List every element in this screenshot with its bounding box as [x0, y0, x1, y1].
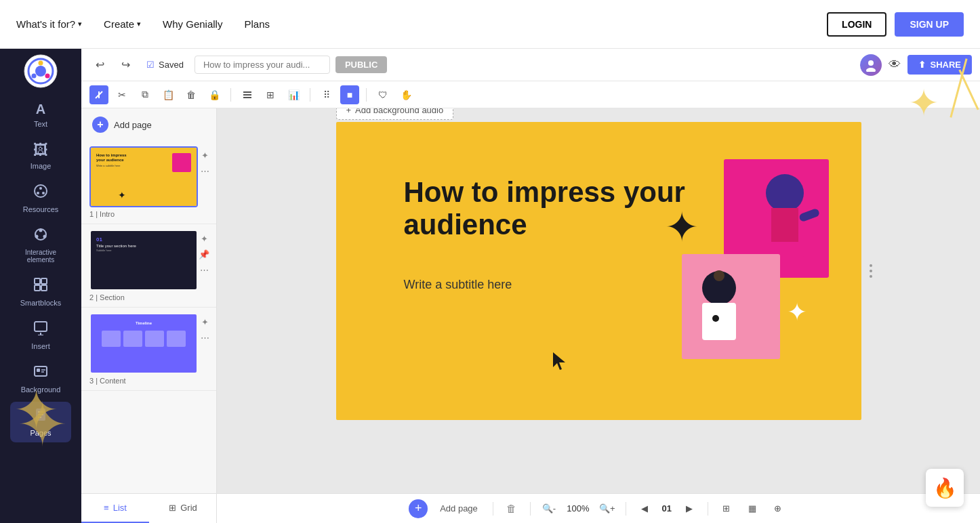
share-button[interactable]: ⬆ SHARE — [907, 55, 972, 75]
interactive-icon — [33, 227, 48, 246]
text-icon: A — [36, 102, 45, 117]
delete-page-button[interactable]: 🗑 — [502, 499, 522, 519]
nav-plans[interactable]: Plans — [244, 18, 270, 30]
public-button[interactable]: PUBLIC — [335, 56, 387, 73]
left-sidebar: A Text 🖼 Image Resources Interactive ele… — [0, 49, 81, 523]
zoom-out-button[interactable]: 🔍- — [539, 499, 559, 519]
thumb2-title: Title your section here — [96, 244, 191, 248]
delete-button[interactable]: 🗑 — [182, 85, 201, 104]
list-view-button[interactable]: ≡ List — [81, 494, 149, 523]
svg-point-4 — [45, 74, 50, 79]
page-more-button-3[interactable]: ⋯ — [199, 331, 211, 344]
nav-links: What's it for? ▾ Create ▾ Why Genially P… — [16, 18, 827, 30]
sidebar-item-resources[interactable]: Resources — [10, 178, 71, 219]
sidebar-item-image[interactable]: 🖼 Image — [10, 136, 71, 175]
lock-button[interactable]: 🔒 — [205, 85, 224, 104]
svg-point-2 — [35, 66, 46, 77]
slide-subtitle: Write a subtitle here — [404, 278, 512, 292]
svg-marker-45 — [553, 352, 565, 370]
page-actions-3: ✦ ⋯ — [199, 316, 211, 344]
accessibility-button[interactable]: ⊕ — [768, 499, 788, 519]
add-audio-button[interactable]: + Add background audio — [336, 108, 454, 120]
sidebar-item-background[interactable]: Background — [10, 358, 71, 399]
signup-button[interactable]: SIGN UP — [895, 12, 964, 37]
top-nav: What's it for? ▾ Create ▾ Why Genially P… — [0, 0, 980, 49]
fit-button[interactable]: ⊞ — [716, 499, 737, 519]
prev-page-button[interactable]: ◀ — [634, 499, 655, 519]
user-avatar[interactable] — [860, 54, 882, 76]
page-magic-button-1[interactable]: ✦ — [199, 149, 211, 162]
page-pin-button-2[interactable]: 📌 — [197, 248, 211, 261]
page-more-button-2[interactable]: ⋯ — [197, 264, 211, 276]
add-page-button[interactable]: + Add page — [81, 108, 216, 141]
svg-point-29 — [868, 60, 874, 66]
canvas-area[interactable]: + Add background audio How to impress yo… — [217, 108, 980, 523]
sidebar-item-text[interactable]: A Text — [10, 96, 71, 133]
slide-title: How to impress your audience — [404, 176, 689, 242]
list-icon: ≡ — [104, 503, 109, 513]
page-more-button-1[interactable]: ⋯ — [199, 165, 211, 177]
pan-button[interactable]: ✋ — [396, 85, 415, 104]
next-page-button[interactable]: ▶ — [679, 499, 699, 519]
starburst-decoration-1: ✦ — [665, 203, 699, 251]
bottom-separator-3 — [626, 502, 626, 516]
image-icon: 🖼 — [33, 142, 48, 159]
login-button[interactable]: LOGIN — [827, 12, 886, 37]
thumb3-step4 — [167, 331, 186, 347]
shield-button[interactable]: 🛡 — [373, 85, 392, 104]
canvas-right-handle[interactable] — [870, 264, 872, 278]
zoom-level-display: 100% — [565, 503, 592, 514]
sidebar-label-insert: Insert — [31, 342, 50, 350]
sidebar-item-pages[interactable]: Pages — [10, 402, 71, 442]
bottom-separator-4 — [708, 502, 708, 516]
color-button[interactable]: ■ — [340, 85, 359, 104]
nav-create[interactable]: Create ▾ — [104, 18, 141, 30]
redo-button[interactable]: ↪ — [115, 55, 136, 75]
main-toolbar: ↩ ↪ ☑ Saved PUBLIC 👁 ⬆ SHARE — [81, 49, 980, 81]
columns-button[interactable]: ▦ — [742, 499, 762, 519]
page-magic-button-3[interactable]: ✦ — [199, 316, 211, 329]
resources-icon — [33, 184, 48, 203]
preview-button[interactable]: 👁 — [889, 58, 901, 72]
grid-view-button[interactable]: ⊞ Grid — [149, 494, 217, 523]
page-thumb-3: Timeline — [89, 313, 198, 374]
page-item-3[interactable]: Timeline 3 | Content ✦ ⋯ — [81, 308, 216, 391]
smartblocks-icon — [33, 277, 48, 296]
svg-rect-21 — [35, 367, 47, 376]
page-item-1[interactable]: How to impressyour audience Write a subt… — [81, 141, 216, 224]
svg-point-11 — [39, 229, 43, 232]
sidebar-label-smartblocks: Smartblocks — [20, 299, 62, 307]
svg-rect-35 — [243, 97, 251, 98]
svg-point-9 — [42, 192, 45, 194]
presentation-title-input[interactable] — [195, 56, 330, 74]
sidebar-item-smartblocks[interactable]: Smartblocks — [10, 272, 71, 312]
cut-button[interactable]: ✂ — [113, 85, 131, 104]
pin-tab[interactable] — [89, 85, 108, 104]
genially-logo[interactable] — [24, 54, 58, 88]
nav-whatsitfor[interactable]: What's it for? ▾ — [16, 18, 82, 30]
add-page-label-button[interactable]: Add page — [433, 501, 485, 516]
sidebar-item-interactive[interactable]: Interactive elements — [10, 222, 71, 269]
svg-rect-39 — [771, 208, 798, 242]
chart-button[interactable]: 📊 — [284, 85, 303, 104]
svg-point-37 — [766, 174, 804, 212]
thumb3-title: Timeline — [95, 321, 192, 325]
hotjar-widget[interactable]: 🔥 — [926, 469, 964, 507]
toolbar-separator3 — [366, 88, 367, 102]
copy-button[interactable]: ⧉ — [136, 85, 155, 104]
page-magic-button-2[interactable]: ✦ — [197, 232, 211, 245]
layers-button[interactable] — [238, 85, 257, 104]
grid-button[interactable]: ⠿ — [317, 85, 336, 104]
sidebar-label-resources: Resources — [23, 205, 59, 213]
zoom-in-button[interactable]: 🔍+ — [597, 499, 617, 519]
add-page-circle-button[interactable]: + — [409, 499, 428, 518]
undo-button[interactable]: ↩ — [89, 55, 110, 75]
paste-button[interactable]: 📋 — [159, 85, 178, 104]
editor-wrapper: ↩ ↪ ☑ Saved PUBLIC 👁 ⬆ SHARE ✂ ⧉ 📋 🗑 🔒 — [81, 49, 980, 523]
share-icon: ⬆ — [918, 60, 926, 70]
nav-why[interactable]: Why Genially — [163, 18, 222, 30]
bottom-bar: + Add page 🗑 🔍- 100% 🔍+ ◀ 01 ▶ ⊞ ▦ ⊕ — [217, 493, 980, 523]
resize-button[interactable]: ⊞ — [261, 85, 280, 104]
sidebar-item-insert[interactable]: Insert — [10, 315, 71, 356]
page-item-2[interactable]: 01 Title your section here Subtitle here… — [81, 224, 216, 308]
